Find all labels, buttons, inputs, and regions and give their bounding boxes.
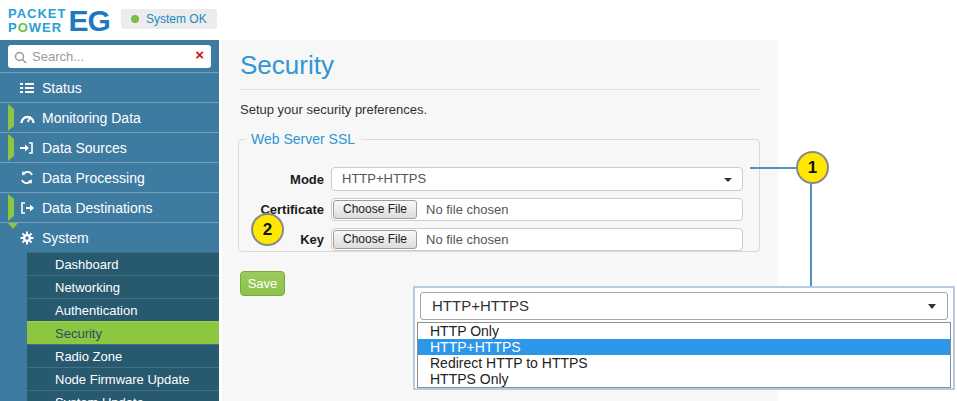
chevron-right-icon	[8, 104, 14, 131]
sidebar-item-data-sources[interactable]: Data Sources	[0, 132, 219, 162]
callout-1-connector-horizontal	[750, 167, 797, 169]
sidebar-item-data-processing[interactable]: Data Processing	[0, 162, 219, 192]
sign-in-icon	[20, 142, 42, 154]
logo-green-o: O	[18, 20, 29, 35]
option-http-only[interactable]: HTTP Only	[418, 323, 950, 339]
chevron-right-icon	[8, 194, 14, 221]
callout-2-badge: 2	[251, 213, 284, 246]
packet-power-logo: PACKET POWER EG	[8, 4, 110, 38]
sidebar: × Status Monitoring Data	[0, 40, 219, 401]
sidebar-item-status[interactable]: Status	[0, 72, 219, 102]
sidebar-item-node-firmware-update[interactable]: Node Firmware Update	[27, 367, 219, 390]
choose-file-button[interactable]: Choose File	[333, 230, 417, 249]
sidebar-item-label: Monitoring Data	[42, 110, 141, 126]
refresh-icon	[20, 171, 42, 184]
option-http-https[interactable]: HTTP+HTTPS	[418, 339, 950, 355]
sidebar-item-data-destinations[interactable]: Data Destinations	[0, 192, 219, 222]
save-button[interactable]: Save	[240, 271, 285, 296]
key-row: Key Choose File No file chosen	[239, 228, 743, 251]
mode-select-value: HTTP+HTTPS	[342, 171, 426, 186]
overlay-select[interactable]: HTTP+HTTPS	[420, 292, 948, 320]
sidebar-item-networking[interactable]: Networking	[27, 275, 219, 298]
sidebar-item-label: System	[42, 230, 89, 246]
sidebar-item-label: Data Processing	[42, 170, 145, 186]
mode-label: Mode	[239, 172, 331, 187]
page-title: Security	[240, 50, 334, 81]
screen: PACKET POWER EG System OK × Status	[0, 0, 957, 401]
status-badge-label: System OK	[146, 12, 207, 26]
option-redirect-http-to-https[interactable]: Redirect HTTP to HTTPS	[418, 355, 950, 371]
chevron-down-icon	[8, 223, 18, 246]
sidebar-item-system-update[interactable]: System Update	[27, 390, 219, 401]
sidebar-item-label: Data Sources	[42, 140, 127, 156]
header: PACKET POWER EG System OK	[0, 0, 957, 40]
logo-line1: PACKET	[8, 7, 66, 21]
choose-file-button[interactable]: Choose File	[333, 200, 417, 219]
select-arrow-icon	[928, 304, 936, 309]
page-subtitle: Setup your security preferences.	[240, 102, 427, 117]
mode-select[interactable]: HTTP+HTTPS	[331, 167, 743, 191]
web-server-ssl-fieldset: Web Server SSL Mode HTTP+HTTPS Certifica…	[238, 131, 760, 252]
overlay-select-value: HTTP+HTTPS	[432, 297, 529, 314]
status-ok-dot-icon	[131, 15, 139, 23]
sidebar-item-label: Data Destinations	[42, 200, 153, 216]
sidebar-item-security[interactable]: Security	[27, 321, 219, 344]
gear-icon	[20, 231, 42, 245]
key-file-input[interactable]: Choose File No file chosen	[331, 228, 743, 251]
certificate-file-input[interactable]: Choose File No file chosen	[331, 198, 743, 221]
mode-row: Mode HTTP+HTTPS	[239, 167, 743, 191]
overlay-option-list: HTTP Only HTTP+HTTPS Redirect HTTP to HT…	[417, 322, 951, 388]
fieldset-legend: Web Server SSL	[245, 131, 361, 147]
sidebar-menu: Status Monitoring Data Data Sources	[0, 72, 219, 401]
sidebar-item-radio-zone[interactable]: Radio Zone	[27, 344, 219, 367]
logo-line2: POWER	[8, 21, 66, 35]
list-icon	[20, 82, 42, 94]
file-status-text: No file chosen	[418, 232, 508, 247]
select-arrow-icon	[724, 178, 732, 182]
sign-out-icon	[20, 202, 42, 214]
certificate-label: Certificate	[239, 202, 331, 217]
sidebar-search: ×	[8, 45, 211, 68]
certificate-row: Certificate Choose File No file chosen	[239, 198, 743, 221]
sidebar-item-authentication[interactable]: Authentication	[27, 298, 219, 321]
sidebar-item-label: Status	[42, 80, 82, 96]
search-input[interactable]	[32, 45, 192, 68]
status-badge: System OK	[121, 9, 217, 29]
option-https-only[interactable]: HTTPS Only	[418, 371, 950, 387]
sidebar-item-system[interactable]: System	[0, 222, 219, 252]
callout-1-connector-vertical	[810, 183, 812, 287]
sidebar-item-dashboard[interactable]: Dashboard	[27, 252, 219, 275]
title-divider	[240, 89, 760, 90]
search-clear-icon[interactable]: ×	[195, 46, 204, 63]
chevron-right-icon	[8, 134, 14, 161]
sidebar-item-monitoring-data[interactable]: Monitoring Data	[0, 102, 219, 132]
mode-dropdown-overlay: HTTP+HTTPS HTTP Only HTTP+HTTPS Redirect…	[413, 286, 955, 390]
system-submenu: Dashboard Networking Authentication Secu…	[0, 252, 219, 401]
callout-1-badge: 1	[796, 151, 829, 184]
gauge-icon	[20, 112, 42, 124]
logo-wordmark: PACKET POWER	[8, 7, 66, 35]
file-status-text: No file chosen	[418, 202, 508, 217]
search-icon	[14, 50, 27, 68]
logo-eg: EG	[68, 4, 109, 38]
